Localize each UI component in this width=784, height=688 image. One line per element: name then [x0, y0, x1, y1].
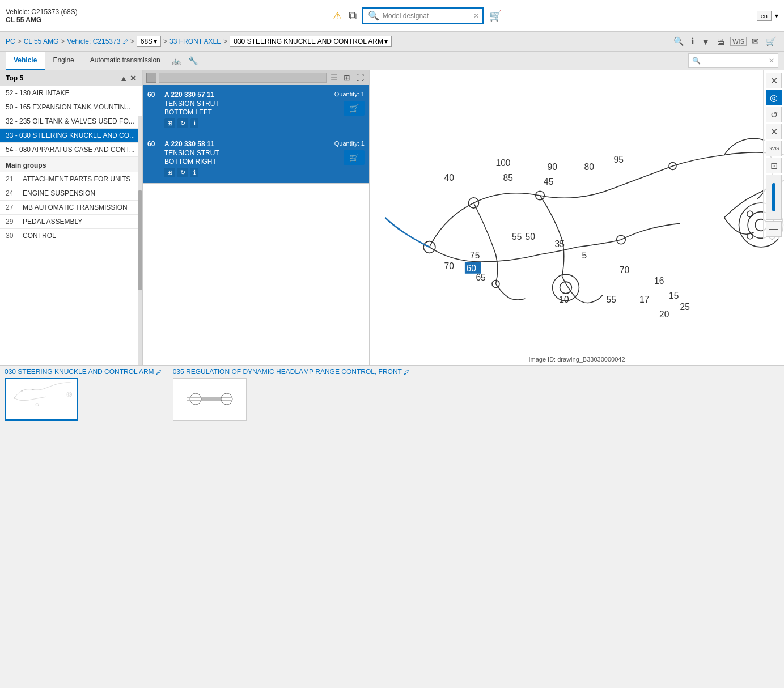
breadcrumb-68s-dropdown[interactable]: 68S▾ — [137, 36, 161, 47]
group-num-30: 30 — [6, 232, 18, 240]
label-55-1: 55 — [512, 232, 522, 241]
part-row-1: 60 A 220 330 58 11 TENSION STRUT BOTTOM … — [143, 134, 369, 184]
part-desc-1: BOTTOM RIGHT — [164, 158, 315, 165]
copy-icon[interactable]: ⧉ — [347, 8, 358, 23]
warning-icon[interactable]: ⚠ — [332, 9, 343, 23]
part-refresh-btn-0[interactable]: ↻ — [177, 118, 188, 128]
svg-point-11 — [747, 211, 753, 216]
expand-icon[interactable]: ⛶ — [354, 73, 366, 83]
svg-icon[interactable]: SVG — [766, 141, 782, 156]
svg-point-25 — [221, 393, 232, 405]
group-num-29: 29 — [6, 218, 18, 226]
group-label-27: MB AUTOMATIC TRANSMISSION — [23, 203, 128, 211]
model-name: CL 55 AMG — [6, 16, 78, 24]
marker-bar — [772, 183, 775, 211]
sidebar-item-3[interactable]: 33 - 030 STEERING KNUCKLE AND CO... — [0, 129, 142, 143]
breadcrumb-pc[interactable]: PC — [6, 37, 15, 45]
cart-icon[interactable]: 🛒 — [488, 9, 503, 23]
part-grid-btn-0[interactable]: ⊞ — [164, 118, 175, 128]
tool-icon[interactable]: 🔧 — [185, 52, 201, 70]
thumb-container-1: 035 REGULATION OF DYNAMIC HEADLAMP RANGE… — [173, 368, 409, 421]
wis-icon[interactable]: WIS — [730, 37, 747, 46]
tab-search-input[interactable] — [701, 57, 769, 65]
grid-toolbar-icon[interactable]: ⊞ — [342, 73, 352, 83]
label-45: 45 — [544, 177, 554, 186]
history-icon[interactable]: ↺ — [766, 107, 782, 122]
search-clear-icon[interactable]: ✕ — [473, 12, 479, 20]
zoom-fit-icon[interactable]: ⊡ — [766, 158, 782, 173]
group-num-21: 21 — [6, 175, 18, 183]
breadcrumb-model[interactable]: CL 55 AMG — [24, 37, 59, 45]
close-diagram-btn[interactable]: ✕ — [766, 73, 782, 88]
thumb-label-1[interactable]: 035 REGULATION OF DYNAMIC HEADLAMP RANGE… — [173, 368, 409, 376]
part-refresh-btn-1[interactable]: ↻ — [177, 168, 188, 177]
breadcrumb: PC > CL 55 AMG > Vehicle: C215373 🖊 > 68… — [0, 32, 784, 52]
sidebar-item-4[interactable]: 54 - 080 APPARATUS CASE AND CONT... — [0, 143, 142, 157]
group-item-27[interactable]: 27 MB AUTOMATIC TRANSMISSION — [0, 201, 142, 215]
zoom-out-icon[interactable]: — — [766, 221, 782, 237]
sidebar-item-0[interactable]: 52 - 130 AIR INTAKE — [0, 86, 142, 100]
label-15: 15 — [669, 291, 679, 300]
sidebar-item-2[interactable]: 32 - 235 OIL TANK & VALVES USED FO... — [0, 114, 142, 129]
breadcrumb-tools: 🔍 ℹ ▼ 🖶 WIS ✉ 🛒 — [672, 35, 778, 48]
thumb-svg-1 — [176, 381, 244, 418]
part-info-btn-1[interactable]: ℹ — [190, 168, 198, 177]
tab-vehicle[interactable]: Vehicle — [6, 52, 45, 70]
top5-label: Top 5 — [6, 74, 23, 82]
sidebar-collapse-icon[interactable]: ▲ — [120, 74, 128, 83]
tab-automatic-transmission[interactable]: Automatic transmission — [82, 52, 168, 70]
edit-icon-0: 🖊 — [156, 369, 162, 375]
label-10: 10 — [559, 295, 569, 304]
lang-chevron-icon[interactable]: ▾ — [775, 12, 778, 20]
part-info-btn-0[interactable]: ℹ — [190, 118, 198, 128]
model-search-input[interactable] — [383, 12, 473, 20]
camera-icon[interactable]: ◎ — [766, 90, 782, 105]
info-icon[interactable]: ℹ — [689, 35, 696, 48]
thumb-svg-0 — [7, 381, 75, 418]
sidebar-close-icon[interactable]: ✕ — [130, 74, 137, 83]
main-groups-title: Main groups — [0, 157, 142, 172]
tab-engine[interactable]: Engine — [45, 52, 82, 70]
tab-search-clear[interactable]: ✕ — [769, 57, 774, 65]
edit-icon-1: 🖊 — [404, 369, 409, 375]
search-icon: 🔍 — [367, 9, 380, 22]
breadcrumb-steering-dropdown[interactable]: 030 STEERING KNUCKLE AND CONTROL ARM▾ — [230, 36, 392, 47]
toolbar-checkbox[interactable] — [146, 73, 156, 83]
thumb-box-1[interactable] — [173, 378, 247, 421]
group-item-21[interactable]: 21 ATTACHMENT PARTS FOR UNITS — [0, 172, 142, 186]
language-selector[interactable]: en — [757, 11, 772, 21]
add-to-cart-btn-1[interactable]: 🛒 — [344, 150, 365, 165]
crosshair-icon[interactable]: ✕ — [766, 124, 782, 139]
blue-marker — [766, 175, 782, 220]
thumb-box-0[interactable] — [5, 378, 78, 421]
breadcrumb-vehicle[interactable]: Vehicle: C215373 🖊 — [67, 37, 128, 45]
print-icon[interactable]: 🖶 — [715, 36, 727, 48]
group-item-30[interactable]: 30 CONTROL — [0, 229, 142, 243]
filter-icon[interactable]: ▼ — [700, 36, 711, 48]
part-grid-btn-1[interactable]: ⊞ — [164, 168, 175, 177]
mail-icon[interactable]: ✉ — [750, 35, 761, 48]
svg-point-16 — [36, 404, 39, 406]
bike-icon[interactable]: 🚲 — [168, 52, 185, 70]
label-65: 65 — [476, 273, 486, 282]
part-pos-1: 60 — [147, 140, 160, 148]
sidebar-item-1[interactable]: 50 - 165 EXPANSION TANK,MOUNTIN... — [0, 100, 142, 114]
label-50: 50 — [526, 232, 536, 241]
label-17: 17 — [639, 295, 649, 304]
tab-search-box[interactable]: 🔍 ✕ — [688, 53, 778, 68]
sidebar-scrollbar[interactable] — [138, 116, 142, 365]
part-qty-0: Quantity: 1 🛒 — [319, 91, 365, 116]
label-55-2: 55 — [607, 295, 617, 304]
group-item-29[interactable]: 29 PEDAL ASSEMBLY — [0, 215, 142, 229]
list-icon[interactable]: ☰ — [329, 73, 340, 83]
group-label-30: CONTROL — [23, 232, 56, 240]
model-search-box[interactable]: 🔍 ✕ — [362, 7, 484, 24]
add-to-cart-btn-0[interactable]: 🛒 — [344, 101, 365, 116]
svg-point-18 — [68, 393, 70, 396]
sidebar-scrollbar-thumb[interactable] — [138, 190, 142, 290]
cart-bc-icon[interactable]: 🛒 — [764, 35, 778, 48]
breadcrumb-front-axle[interactable]: 33 FRONT AXLE — [169, 37, 221, 45]
zoom-in-icon[interactable]: 🔍 — [672, 35, 686, 48]
thumb-label-0[interactable]: 030 STEERING KNUCKLE AND CONTROL ARM 🖊 — [5, 368, 162, 376]
group-item-24[interactable]: 24 ENGINE SUSPENSION — [0, 186, 142, 201]
